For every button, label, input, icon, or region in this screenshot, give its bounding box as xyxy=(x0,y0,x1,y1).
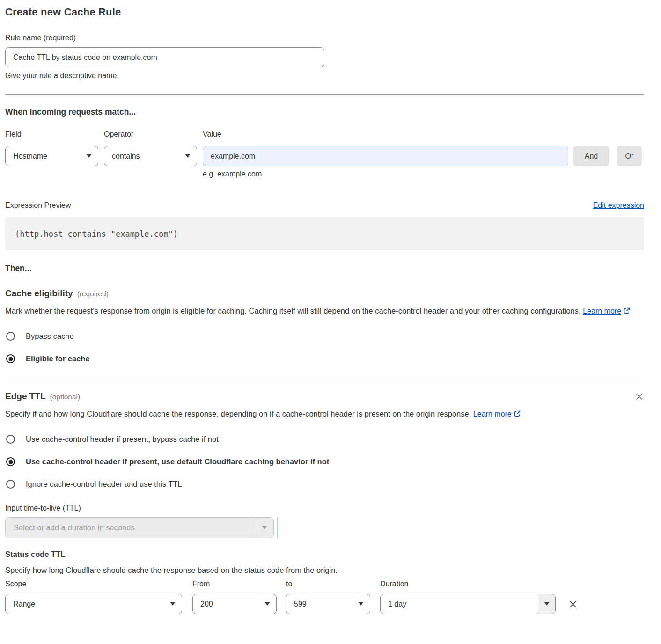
and-button[interactable]: And xyxy=(573,146,609,166)
duration-select[interactable]: 1 day xyxy=(380,594,556,614)
scope-select-value: Range xyxy=(13,600,35,608)
bypass-cache-option[interactable]: Bypass cache xyxy=(5,332,644,341)
edge-ttl-option-bypass[interactable]: Use cache-control header if present, byp… xyxy=(5,435,644,444)
edge-ttl-title: Edge TTL xyxy=(5,391,46,402)
value-label: Value xyxy=(203,130,568,139)
chevron-down-icon xyxy=(265,602,270,606)
match-heading: When incoming requests match... xyxy=(5,107,644,117)
edge-ttl-description: Specify if and how long Cloudflare shoul… xyxy=(5,407,522,421)
field-select-value: Hostname xyxy=(13,152,47,161)
dropdown-arrow-button[interactable] xyxy=(255,518,273,538)
field-column: Field Hostname xyxy=(5,130,98,166)
field-select[interactable]: Hostname xyxy=(5,146,98,166)
edge-ttl-option-ignore[interactable]: Ignore cache-control header and use this… xyxy=(5,480,644,489)
close-icon[interactable] xyxy=(635,392,644,401)
radio-button[interactable] xyxy=(6,354,15,363)
ttl-input-label: Input time-to-live (TTL) xyxy=(5,504,644,512)
page-title: Create new Cache Rule xyxy=(5,6,644,18)
duration-select-value: 1 day xyxy=(381,594,538,614)
text-cursor-indicator xyxy=(277,517,278,538)
or-button[interactable]: Or xyxy=(617,146,642,166)
cache-eligibility-title: Cache eligibility xyxy=(5,288,73,299)
expression-preview-label: Expression Preview xyxy=(5,201,71,210)
radio-button[interactable] xyxy=(6,435,15,444)
chevron-down-icon xyxy=(185,154,190,158)
cache-eligibility-header: Cache eligibility (required) xyxy=(5,288,644,299)
cache-eligibility-description-text: Mark whether the request’s response from… xyxy=(5,307,581,315)
operator-label: Operator xyxy=(104,130,197,139)
expression-code: (http.host contains "example.com") xyxy=(15,229,178,239)
ttl-duration-select[interactable]: Select or add a duration in seconds xyxy=(5,517,274,538)
cache-eligibility-learn-more-link[interactable]: Learn more xyxy=(583,307,621,315)
expression-preview-box: (http.host contains "example.com") xyxy=(5,217,644,250)
external-link-icon xyxy=(623,305,631,318)
operator-select-value: contains xyxy=(112,152,140,161)
cache-eligibility-description: Mark whether the request’s response from… xyxy=(5,304,632,318)
radio-label: Use cache-control header if present, use… xyxy=(26,457,329,466)
from-label: From xyxy=(192,580,277,588)
chevron-down-icon xyxy=(87,154,91,158)
chevron-down-icon xyxy=(170,602,175,606)
expression-header: Expression Preview Edit expression xyxy=(5,201,644,210)
ttl-duration-placeholder: Select or add a duration in seconds xyxy=(6,518,255,538)
status-code-ttl-labels: Scope From to Duration xyxy=(5,580,644,588)
dropdown-arrow-button[interactable] xyxy=(538,594,555,614)
section-divider xyxy=(5,94,644,95)
duration-label: Duration xyxy=(380,580,408,588)
match-condition-row: Field Hostname Operator contains Value e… xyxy=(5,130,644,178)
radio-label: Bypass cache xyxy=(26,332,74,341)
operator-column: Operator contains xyxy=(98,130,197,166)
from-select[interactable]: 200 xyxy=(192,594,277,614)
status-code-ttl-description: Specify how long Cloudflare should cache… xyxy=(5,566,644,575)
chevron-down-icon xyxy=(262,526,267,529)
edit-expression-link[interactable]: Edit expression xyxy=(593,201,644,210)
edge-ttl-learn-more-link[interactable]: Learn more xyxy=(473,410,512,418)
value-input[interactable] xyxy=(203,146,568,166)
status-code-ttl-row: Range 200 599 1 day xyxy=(5,594,644,614)
rule-name-help: Give your rule a descriptive name. xyxy=(5,72,644,80)
field-label: Field xyxy=(5,130,98,139)
radio-button[interactable] xyxy=(6,457,15,466)
delete-row-icon[interactable] xyxy=(567,599,579,610)
value-hint: e.g. example.com xyxy=(203,170,568,178)
chevron-down-icon xyxy=(359,602,363,606)
edge-ttl-qualifier: (optional) xyxy=(50,393,81,401)
from-select-value: 200 xyxy=(200,600,213,608)
value-column: Value e.g. example.com xyxy=(203,130,568,178)
rule-name-input[interactable] xyxy=(5,47,324,67)
to-label: to xyxy=(286,580,370,588)
radio-label: Ignore cache-control header and use this… xyxy=(26,480,182,489)
status-code-ttl-title: Status code TTL xyxy=(5,550,644,559)
edge-ttl-description-text: Specify if and how long Cloudflare shoul… xyxy=(5,410,471,418)
edge-ttl-option-default[interactable]: Use cache-control header if present, use… xyxy=(5,457,644,466)
radio-label: Eligible for cache xyxy=(26,354,90,363)
radio-label: Use cache-control header if present, byp… xyxy=(26,435,219,444)
operator-select[interactable]: contains xyxy=(104,146,197,166)
radio-button[interactable] xyxy=(6,332,15,341)
to-select[interactable]: 599 xyxy=(286,594,370,614)
section-divider xyxy=(5,376,644,376)
cache-eligibility-qualifier: (required) xyxy=(77,290,109,298)
to-select-value: 599 xyxy=(294,600,307,608)
scope-label: Scope xyxy=(5,580,182,588)
eligible-for-cache-option[interactable]: Eligible for cache xyxy=(5,354,644,363)
scope-select[interactable]: Range xyxy=(5,594,182,614)
rule-name-label: Rule name (required) xyxy=(5,34,644,42)
external-link-icon xyxy=(514,408,521,421)
chevron-down-icon xyxy=(544,602,549,606)
then-heading: Then... xyxy=(5,263,644,273)
radio-button[interactable] xyxy=(6,480,15,489)
edge-ttl-header: Edge TTL (optional) xyxy=(5,391,644,402)
